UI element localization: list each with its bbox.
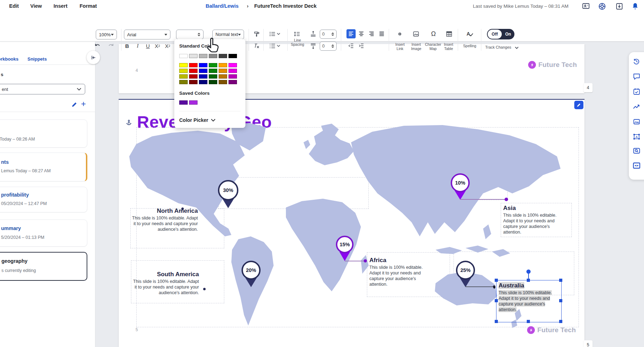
tab-snippets[interactable]: Snippets bbox=[27, 56, 47, 62]
indent-decrease-icon[interactable] bbox=[346, 41, 356, 50]
pin-africa[interactable]: 15% bbox=[336, 236, 354, 253]
color-swatch[interactable] bbox=[209, 63, 217, 67]
region-south-america[interactable]: South America This slide is 100% editabl… bbox=[132, 271, 199, 296]
color-swatch[interactable] bbox=[179, 54, 188, 58]
color-swatch[interactable] bbox=[179, 74, 188, 79]
color-swatch[interactable] bbox=[219, 80, 227, 84]
clear-formatting-icon[interactable] bbox=[252, 41, 261, 50]
format-painter-icon[interactable] bbox=[252, 29, 261, 38]
notifications-icon[interactable] bbox=[631, 2, 639, 11]
version-card-current[interactable]: geography s currently editing bbox=[0, 252, 87, 281]
color-swatch[interactable] bbox=[199, 63, 207, 67]
color-swatch[interactable] bbox=[189, 69, 198, 73]
align-right-button[interactable] bbox=[367, 29, 376, 38]
align-left-button[interactable] bbox=[346, 29, 356, 38]
help-icon[interactable] bbox=[598, 2, 606, 11]
collapse-sidebar-button[interactable] bbox=[87, 51, 100, 64]
font-family-select[interactable]: Arial bbox=[124, 30, 170, 39]
version-card-4[interactable]: ummary 5/20/2024 – 01:13 PM bbox=[0, 219, 87, 247]
redo-icon[interactable] bbox=[106, 41, 115, 50]
color-swatch[interactable] bbox=[209, 74, 217, 79]
version-card-2[interactable]: nts Lemus Today – 08:27 AM bbox=[0, 153, 87, 181]
handle-w[interactable] bbox=[495, 299, 498, 302]
color-swatch[interactable] bbox=[229, 80, 237, 84]
version-card-3[interactable]: profitability 05/20/2024 – 12:47 PM bbox=[0, 187, 87, 212]
color-swatch[interactable] bbox=[199, 80, 207, 84]
color-swatch[interactable] bbox=[189, 100, 198, 105]
color-swatch[interactable] bbox=[179, 100, 188, 105]
version-filter-select[interactable]: ent bbox=[0, 84, 85, 94]
font-size-stepper[interactable] bbox=[176, 30, 204, 39]
analytics-icon[interactable] bbox=[632, 103, 641, 111]
align-justify-button[interactable] bbox=[377, 29, 386, 38]
color-swatch[interactable] bbox=[209, 80, 217, 84]
handle-ne[interactable] bbox=[559, 279, 562, 282]
color-swatch[interactable] bbox=[199, 74, 207, 79]
handle-se[interactable] bbox=[559, 320, 562, 323]
pin-asia[interactable]: 10% bbox=[451, 173, 470, 192]
handle-nw[interactable] bbox=[495, 279, 498, 282]
handle-e[interactable] bbox=[559, 299, 562, 302]
subscript-button[interactable]: X2 bbox=[153, 41, 162, 50]
menu-format[interactable]: Format bbox=[80, 3, 97, 9]
color-swatch[interactable] bbox=[179, 69, 188, 73]
color-swatch[interactable] bbox=[189, 80, 198, 84]
track-changes-toggle[interactable]: Off On bbox=[487, 29, 514, 39]
feedback-icon[interactable] bbox=[582, 2, 590, 11]
numbered-list-icon[interactable] bbox=[268, 41, 282, 50]
handle-sw[interactable] bbox=[495, 320, 498, 323]
color-picker-expand[interactable]: Color Picker bbox=[179, 117, 215, 123]
region-africa[interactable]: Africa This slide is 100% editable. Adap… bbox=[369, 257, 433, 287]
menu-view[interactable]: View bbox=[30, 3, 42, 9]
handle-s[interactable] bbox=[527, 320, 530, 323]
color-swatch[interactable] bbox=[219, 74, 227, 79]
slide-5[interactable]: Revenue by Geo bbox=[119, 99, 584, 347]
insert-link-icon[interactable] bbox=[395, 29, 404, 38]
pin-australia[interactable]: 25% bbox=[456, 261, 475, 280]
slide-edit-button[interactable] bbox=[574, 101, 583, 109]
color-swatch[interactable] bbox=[229, 54, 237, 58]
undo-icon[interactable] bbox=[93, 41, 102, 50]
color-swatch[interactable] bbox=[179, 80, 188, 84]
space-after-stepper[interactable]: 0 bbox=[320, 42, 337, 51]
region-asia[interactable]: Asia This slide is 100% editable. Adapt … bbox=[503, 205, 563, 235]
color-swatch[interactable] bbox=[189, 74, 198, 79]
color-swatch[interactable] bbox=[199, 69, 207, 73]
spelling-icon[interactable]: A bbox=[465, 29, 475, 38]
color-swatch[interactable] bbox=[219, 63, 227, 67]
italic-button[interactable]: I bbox=[133, 41, 142, 50]
download-icon[interactable] bbox=[615, 2, 624, 11]
bold-button[interactable]: B bbox=[123, 41, 132, 50]
indent-increase-icon[interactable] bbox=[357, 41, 366, 50]
image-library-icon[interactable] bbox=[632, 118, 641, 126]
menu-edit[interactable]: Edit bbox=[9, 3, 19, 9]
region-australia[interactable]: Australia This slide is 100% editable. A… bbox=[499, 282, 557, 312]
zoom-select[interactable]: 100% bbox=[96, 30, 117, 39]
add-version-plus-icon[interactable]: + bbox=[81, 99, 86, 109]
color-swatch[interactable] bbox=[209, 69, 217, 73]
menu-insert[interactable]: Insert bbox=[54, 3, 68, 9]
comments-icon[interactable] bbox=[632, 72, 641, 81]
superscript-button[interactable]: X2 bbox=[163, 41, 172, 50]
color-swatch[interactable] bbox=[229, 74, 237, 79]
planner-icon[interactable] bbox=[632, 87, 641, 96]
region-north-america[interactable]: North America This slide is 100% editabl… bbox=[131, 207, 198, 232]
track-changes-chevron-icon[interactable] bbox=[515, 47, 519, 49]
handle-n[interactable] bbox=[527, 279, 530, 282]
track-changes-label[interactable]: Track Changes bbox=[483, 45, 513, 50]
pin-north-america[interactable]: 30% bbox=[218, 180, 238, 200]
color-swatch[interactable] bbox=[189, 54, 198, 58]
underline-button[interactable]: U bbox=[143, 41, 152, 50]
tab-workbooks[interactable]: orkbooks bbox=[0, 56, 19, 62]
edit-versions-pencil-icon[interactable] bbox=[71, 101, 78, 109]
line-spacing-icon[interactable] bbox=[292, 29, 301, 38]
version-history-icon[interactable] bbox=[632, 57, 641, 66]
pin-south-america[interactable]: 20% bbox=[242, 261, 261, 280]
align-center-button[interactable] bbox=[357, 29, 366, 38]
search-icon[interactable] bbox=[632, 147, 641, 155]
bullet-list-icon[interactable] bbox=[268, 29, 282, 38]
color-swatch[interactable] bbox=[219, 69, 227, 73]
space-before-stepper[interactable]: 0 bbox=[320, 30, 337, 39]
color-swatch[interactable] bbox=[179, 63, 188, 67]
breadcrumb-library[interactable]: Ballard/Lewis bbox=[206, 3, 238, 9]
